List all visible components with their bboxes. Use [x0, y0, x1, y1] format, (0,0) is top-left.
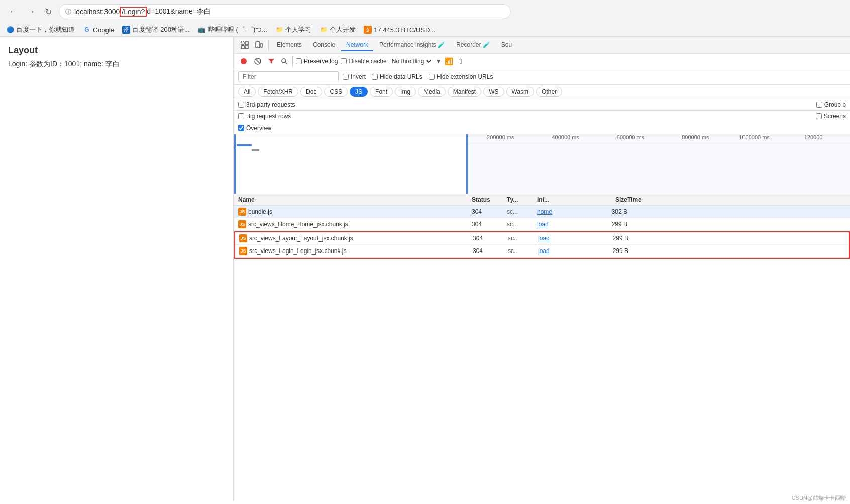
- svg-line-9: [256, 59, 260, 63]
- invert-checkbox[interactable]: [343, 74, 349, 80]
- big-request-rows-label: Big request rows: [238, 113, 291, 120]
- forward-button[interactable]: →: [24, 5, 38, 18]
- disable-cache-checkbox[interactable]: [341, 58, 347, 64]
- type-filter-other[interactable]: Other: [536, 87, 562, 97]
- left-panel-title: Layout: [8, 45, 225, 56]
- tab-performance-insights[interactable]: Performance insights 🧪: [374, 39, 450, 51]
- tab-elements[interactable]: Elements: [272, 39, 307, 51]
- left-panel-description: Login: 参数为ID：1001; name: 李白: [8, 60, 225, 69]
- main-area: Layout Login: 参数为ID：1001; name: 李白: [0, 37, 850, 501]
- row-filename: bundle.js: [248, 208, 272, 215]
- tab-network[interactable]: Network: [341, 39, 373, 51]
- baidu-icon: 🔵: [6, 26, 14, 34]
- bookmark-baidu[interactable]: 🔵 百度一下，你就知道: [6, 25, 75, 34]
- js-file-icon: JS: [239, 247, 247, 255]
- tab-console[interactable]: Console: [308, 39, 340, 51]
- timeline-marker-400: 400000 ms: [552, 134, 579, 140]
- address-bar[interactable]: ⓘ localhost:3000/Login?d=1001&name=李白: [59, 4, 511, 19]
- invert-label: Invert: [343, 73, 366, 80]
- js-file-icon: JS: [238, 208, 246, 216]
- svg-rect-0: [241, 42, 244, 45]
- bookmark-translate[interactable]: 译 百度翻译-200种语...: [122, 25, 190, 34]
- type-filter-all[interactable]: All: [238, 87, 256, 97]
- url-text: localhost:3000/Login?d=1001&name=李白: [74, 7, 211, 17]
- bookmark-google[interactable]: G Google: [83, 26, 114, 34]
- screenshots-label: Screens: [816, 113, 846, 120]
- timeline-marker-600: 600000 ms: [617, 134, 644, 140]
- tab-sources[interactable]: Sou: [496, 39, 517, 51]
- back-button[interactable]: ←: [6, 5, 20, 18]
- url-after: d=1001&name=李白: [147, 7, 211, 16]
- search-button[interactable]: [279, 56, 289, 66]
- options-right-2: Screens: [816, 113, 846, 120]
- col-header-size: Size: [577, 196, 627, 203]
- type-filter-ws[interactable]: WS: [483, 87, 504, 97]
- svg-rect-3: [245, 46, 248, 49]
- devtools-toolbar: Elements Console Network Performance ins…: [234, 37, 850, 54]
- timeline-marker-200: 200000 ms: [487, 134, 514, 140]
- network-rows: JS bundle.js 304 sc... home 302 B JS src…: [234, 206, 850, 259]
- bookmark-btc[interactable]: ₿ 17,445.3 BTC/USD...: [364, 26, 435, 34]
- table-row[interactable]: JS src_views_Home_Home_jsx.chunk.js 304 …: [234, 218, 850, 231]
- toolbar-separator-1: [268, 40, 269, 50]
- browser-chrome: ← → ↻ ⓘ localhost:3000/Login?d=1001&name…: [0, 0, 850, 37]
- table-row[interactable]: JS src_views_Login_Login_jsx.chunk.js 30…: [235, 245, 849, 258]
- tab-recorder[interactable]: Recorder 🧪: [451, 39, 495, 51]
- bookmark-bilibili[interactable]: 📺 哔哩哔哩 (゜-゜)つ...: [198, 25, 267, 34]
- upload-icon-button[interactable]: ⇧: [456, 56, 465, 67]
- bookmark-btc-label: 17,445.3 BTC/USD...: [374, 26, 435, 34]
- type-filter-css[interactable]: CSS: [324, 87, 348, 97]
- overview-label: Overview: [238, 124, 271, 132]
- bookmark-study-label: 个人学习: [285, 25, 311, 34]
- group-by-checkbox[interactable]: [816, 102, 822, 108]
- preserve-log-checkbox[interactable]: [296, 58, 302, 64]
- type-filter-media[interactable]: Media: [418, 87, 446, 97]
- bookmark-study[interactable]: 📁 个人学习: [275, 25, 311, 34]
- screenshots-checkbox[interactable]: [816, 113, 822, 119]
- type-filter-doc[interactable]: Doc: [300, 87, 322, 97]
- device-toolbar-button[interactable]: [252, 40, 265, 51]
- url-before: localhost:3000: [74, 8, 120, 16]
- bookmark-dev[interactable]: 📁 个人开发: [320, 25, 356, 34]
- devtools-panel: Elements Console Network Performance ins…: [234, 37, 850, 501]
- timeline-bar-2: [252, 149, 259, 151]
- row-size: 302 B: [577, 208, 627, 215]
- big-request-rows-checkbox[interactable]: [238, 113, 244, 119]
- third-party-label: 3rd-party requests: [238, 101, 295, 108]
- filter-button[interactable]: [266, 56, 276, 66]
- row-status: 304: [473, 247, 508, 255]
- type-filter-fetch/xhr[interactable]: Fetch/XHR: [258, 87, 298, 97]
- type-filter-wasm[interactable]: Wasm: [506, 87, 535, 97]
- hide-data-urls-checkbox[interactable]: [372, 74, 378, 80]
- throttle-select[interactable]: No throttling: [390, 57, 433, 65]
- type-filter-manifest[interactable]: Manifest: [448, 87, 481, 97]
- toolbar-separator-2: [292, 56, 293, 66]
- col-header-status: Status: [472, 196, 507, 203]
- table-row[interactable]: JS src_views_Layout_Layout_jsx.chunk.js …: [235, 232, 849, 245]
- reload-button[interactable]: ↻: [42, 5, 55, 19]
- record-button[interactable]: [238, 56, 249, 67]
- clear-button[interactable]: [252, 56, 263, 67]
- type-filter-js[interactable]: JS: [350, 87, 368, 97]
- bookmark-google-label: Google: [93, 26, 114, 34]
- row-filename: src_views_Home_Home_jsx.chunk.js: [248, 221, 348, 228]
- timeline-blue-line: [234, 134, 236, 194]
- third-party-checkbox[interactable]: [238, 102, 244, 108]
- table-row[interactable]: JS bundle.js 304 sc... home 302 B: [234, 206, 850, 218]
- options-row: 3rd-party requests Group b: [234, 99, 850, 111]
- folder-dev-icon: 📁: [320, 26, 328, 34]
- type-filter-img[interactable]: Img: [395, 87, 416, 97]
- timeline-marker-120000: 120000: [804, 134, 823, 140]
- filter-input[interactable]: [238, 71, 339, 82]
- row-size: 299 B: [578, 235, 628, 242]
- bookmark-translate-label: 百度翻译-200种语...: [132, 25, 190, 34]
- hide-extension-urls-checkbox[interactable]: [429, 74, 435, 80]
- col-header-type: Ty...: [507, 196, 537, 203]
- type-filter-font[interactable]: Font: [370, 87, 393, 97]
- overview-checkbox[interactable]: [238, 125, 244, 131]
- security-icon: ⓘ: [65, 8, 71, 16]
- big-rows-row: Big request rows Screens: [234, 111, 850, 122]
- inspect-element-button[interactable]: [238, 40, 251, 51]
- translate-icon: 译: [122, 26, 130, 34]
- bookmarks-bar: 🔵 百度一下，你就知道 G Google 译 百度翻译-200种语... 📺 哔…: [0, 23, 850, 37]
